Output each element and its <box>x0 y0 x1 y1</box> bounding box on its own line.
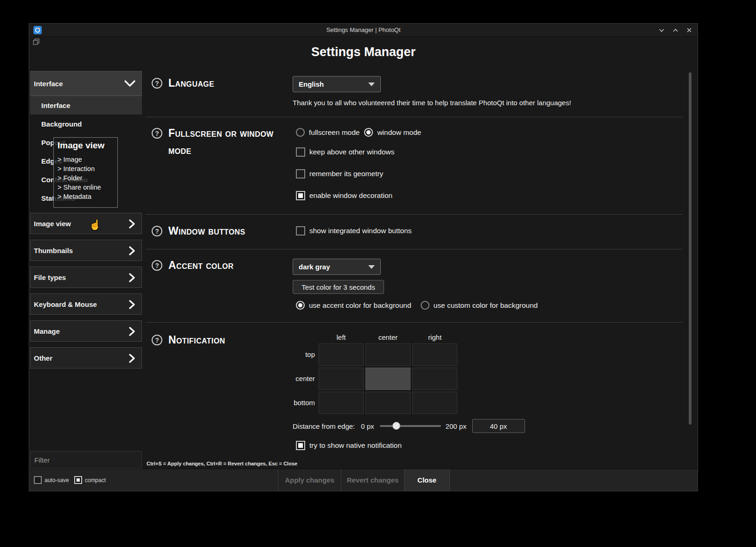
sidebar-category-label: Manage <box>34 327 60 335</box>
use-accent-color-label[interactable]: use accent color for background <box>309 301 411 310</box>
section-title: Language <box>168 75 214 92</box>
integrated-buttons-label[interactable]: show integrated window buttons <box>309 227 412 235</box>
use-custom-color-radio[interactable] <box>421 301 429 310</box>
close-button[interactable]: Close <box>404 469 449 491</box>
detach-window-icon[interactable] <box>33 38 39 45</box>
notification-cell-bottom-left[interactable] <box>319 392 364 414</box>
remember-geometry-checkbox[interactable] <box>296 169 305 178</box>
native-notification-label[interactable]: try to show native notification <box>309 441 402 450</box>
tooltip-item: > Share online <box>58 183 114 192</box>
autosave-checkbox[interactable] <box>34 476 42 484</box>
window-mode-radio[interactable] <box>364 128 373 137</box>
section-language: ? Language English Thank you to all who … <box>146 71 683 117</box>
slider-track <box>380 425 441 427</box>
titlebar-title: Settings Manager | PhotoQt <box>29 26 698 33</box>
help-icon[interactable]: ? <box>152 226 162 236</box>
settings-window: Settings Manager | PhotoQt Settings Mana… <box>29 23 698 491</box>
sidebar-category-label: Interface <box>34 80 63 88</box>
notification-cell-top-right[interactable] <box>412 343 457 366</box>
notification-cell-center-right[interactable] <box>412 368 457 390</box>
language-description: Thank you to all who volunteered their t… <box>293 99 683 107</box>
use-accent-color-radio[interactable] <box>296 301 305 310</box>
help-icon[interactable]: ? <box>152 260 162 271</box>
distance-value-box[interactable]: 40 px <box>472 419 525 433</box>
apply-changes-button[interactable]: Apply changes <box>278 469 341 491</box>
sidebar-category-file-types[interactable]: File types <box>30 267 142 288</box>
accent-color-dropdown[interactable]: dark gray <box>293 259 381 275</box>
sidebar-subitem-background[interactable]: Background <box>30 114 142 133</box>
integrated-buttons-checkbox[interactable] <box>296 226 305 235</box>
compact-checkbox[interactable] <box>74 476 82 484</box>
sidebar-category-keyboard-mouse[interactable]: Keyboard & Mouse <box>30 293 142 315</box>
section-fullscreen-mode: ? Fullscreen or window mode fullscreen m… <box>146 117 683 215</box>
section-title: Notification <box>168 331 225 349</box>
image-view-tooltip: Image view > Image > Interaction > Folde… <box>53 137 118 208</box>
grid-col-label-left: left <box>319 333 364 341</box>
tooltip-item: > Folder <box>58 173 114 183</box>
grid-col-label-right: right <box>412 333 457 341</box>
scrollbar-thumb[interactable] <box>689 72 692 425</box>
section-accent-color: ? Accent color dark gray Test color for … <box>146 249 683 323</box>
distance-min: 0 px <box>361 422 374 430</box>
slider-handle[interactable] <box>392 422 400 430</box>
compact-label[interactable]: compact <box>85 477 106 483</box>
language-dropdown[interactable]: English <box>293 76 381 92</box>
maximize-icon[interactable] <box>672 26 679 34</box>
notification-cell-bottom-center[interactable] <box>365 392 410 414</box>
dropdown-caret-icon <box>368 265 375 269</box>
chevron-right-icon <box>128 326 135 337</box>
chevron-right-icon <box>128 273 135 283</box>
titlebar: Settings Manager | PhotoQt <box>29 24 698 37</box>
mouse-cursor-hand: ☝ <box>89 219 101 230</box>
help-icon[interactable]: ? <box>152 335 162 345</box>
window-decoration-label[interactable]: enable window decoration <box>309 191 392 200</box>
notification-cell-top-left[interactable] <box>319 343 364 366</box>
sidebar-category-label: File types <box>34 274 66 281</box>
filter-input[interactable] <box>30 451 142 469</box>
settings-content: ? Language English Thank you to all who … <box>146 71 698 470</box>
autosave-label[interactable]: auto-save <box>45 477 69 483</box>
use-custom-color-label[interactable]: use custom color for background <box>434 301 538 310</box>
section-title: Window buttons <box>168 223 245 240</box>
section-title: Accent color <box>168 257 234 274</box>
page-title: Settings Manager <box>29 45 698 59</box>
native-notification-checkbox[interactable] <box>296 441 305 450</box>
distance-slider[interactable] <box>380 421 441 431</box>
notification-cell-center-left[interactable] <box>319 368 364 390</box>
distance-label: Distance from edge: <box>293 422 355 430</box>
sidebar-category-label: Other <box>34 354 52 362</box>
sidebar-category-manage[interactable]: Manage <box>30 320 142 342</box>
help-icon[interactable]: ? <box>152 128 162 139</box>
notification-cell-bottom-right[interactable] <box>412 392 457 414</box>
sidebar-category-other[interactable]: Other <box>30 347 142 369</box>
close-icon[interactable] <box>686 26 693 34</box>
notification-position-grid: left center right top center <box>293 333 683 414</box>
minimize-icon[interactable] <box>658 26 665 34</box>
sidebar-category-interface[interactable]: Interface <box>30 71 142 96</box>
fullscreen-mode-radio[interactable] <box>296 128 305 137</box>
sidebar-category-image-view[interactable]: Image view <box>30 213 142 234</box>
grid-row-label-bottom: bottom <box>293 392 319 414</box>
notification-cell-top-center[interactable] <box>365 343 410 366</box>
notification-cell-center-center[interactable] <box>365 368 410 390</box>
fullscreen-mode-label[interactable]: fullscreen mode <box>309 128 359 137</box>
remember-geometry-label[interactable]: remember its geometry <box>309 170 383 178</box>
tooltip-item: > Interaction <box>58 164 114 173</box>
section-window-buttons: ? Window buttons show integrated window … <box>146 215 683 249</box>
chevron-down-icon <box>124 80 136 87</box>
keep-above-checkbox[interactable] <box>296 147 305 157</box>
sidebar-category-thumbnails[interactable]: Thumbnails <box>30 240 142 261</box>
revert-changes-button[interactable]: Revert changes <box>341 469 404 491</box>
sidebar-subitem-interface[interactable]: Interface <box>30 96 142 114</box>
window-decoration-checkbox[interactable] <box>296 191 305 200</box>
bottom-bar: auto-save compact Apply changes Revert c… <box>29 469 698 491</box>
keep-above-label[interactable]: keep above other windows <box>309 148 395 156</box>
accent-color-dropdown-value: dark gray <box>299 263 330 271</box>
window-mode-label[interactable]: window mode <box>377 128 421 137</box>
help-icon[interactable]: ? <box>152 78 162 89</box>
grid-col-label-center: center <box>365 333 410 341</box>
test-color-button[interactable]: Test color for 3 seconds <box>293 280 384 294</box>
sidebar-filter <box>30 451 142 469</box>
sidebar-category-label: Image view <box>34 220 71 228</box>
distance-max: 200 px <box>446 422 467 430</box>
